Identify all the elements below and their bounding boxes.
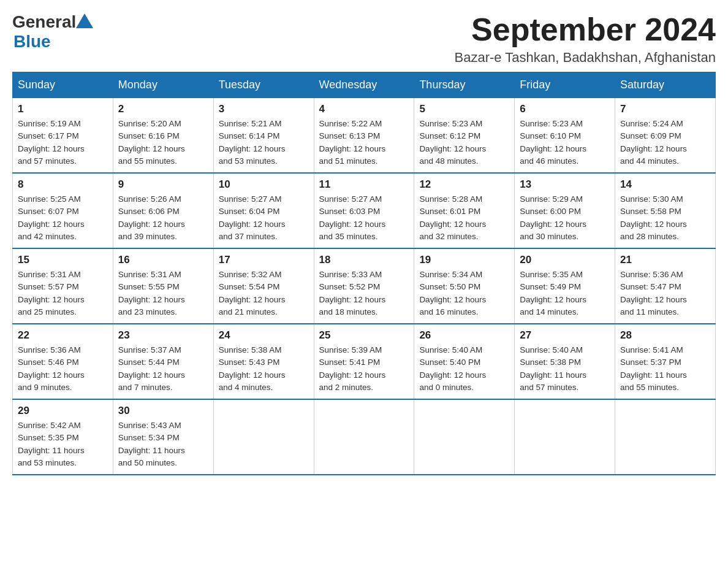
calendar-week-row: 1Sunrise: 5:19 AMSunset: 6:17 PMDaylight… — [13, 98, 716, 174]
calendar-day-cell: 23Sunrise: 5:37 AMSunset: 5:44 PMDayligh… — [113, 324, 213, 399]
calendar-day-cell: 4Sunrise: 5:22 AMSunset: 6:13 PMDaylight… — [314, 98, 414, 174]
calendar-day-cell: 15Sunrise: 5:31 AMSunset: 5:57 PMDayligh… — [13, 248, 113, 324]
day-info: Sunrise: 5:43 AMSunset: 5:34 PMDaylight:… — [118, 419, 208, 469]
day-info: Sunrise: 5:40 AMSunset: 5:38 PMDaylight:… — [520, 344, 610, 394]
calendar-day-cell — [414, 399, 515, 475]
day-number: 29 — [18, 405, 108, 417]
calendar-day-cell: 17Sunrise: 5:32 AMSunset: 5:54 PMDayligh… — [213, 248, 314, 324]
day-number: 7 — [620, 103, 710, 115]
calendar-day-cell: 27Sunrise: 5:40 AMSunset: 5:38 PMDayligh… — [515, 324, 615, 399]
day-info: Sunrise: 5:42 AMSunset: 5:35 PMDaylight:… — [18, 419, 108, 469]
day-info: Sunrise: 5:37 AMSunset: 5:44 PMDaylight:… — [118, 344, 208, 394]
day-header-row: SundayMondayTuesdayWednesdayThursdayFrid… — [13, 72, 716, 98]
day-header-friday: Friday — [515, 72, 615, 98]
calendar-day-cell: 14Sunrise: 5:30 AMSunset: 5:58 PMDayligh… — [615, 173, 716, 248]
day-number: 25 — [319, 329, 409, 342]
day-number: 2 — [118, 103, 208, 115]
day-info: Sunrise: 5:32 AMSunset: 5:54 PMDaylight:… — [219, 269, 309, 318]
calendar-day-cell: 18Sunrise: 5:33 AMSunset: 5:52 PMDayligh… — [314, 248, 414, 324]
day-info: Sunrise: 5:36 AMSunset: 5:46 PMDaylight:… — [18, 344, 108, 394]
day-number: 14 — [620, 178, 710, 191]
day-info: Sunrise: 5:26 AMSunset: 6:06 PMDaylight:… — [118, 193, 208, 243]
day-number: 30 — [118, 405, 208, 417]
day-number: 8 — [18, 178, 108, 191]
calendar-body: 1Sunrise: 5:19 AMSunset: 6:17 PMDaylight… — [13, 98, 716, 475]
day-info: Sunrise: 5:35 AMSunset: 5:49 PMDaylight:… — [520, 269, 610, 318]
day-info: Sunrise: 5:38 AMSunset: 5:43 PMDaylight:… — [219, 344, 309, 394]
logo-general-text: General — [12, 12, 76, 32]
day-number: 28 — [620, 329, 710, 342]
calendar-day-cell: 8Sunrise: 5:25 AMSunset: 6:07 PMDaylight… — [13, 173, 113, 248]
calendar-day-cell: 19Sunrise: 5:34 AMSunset: 5:50 PMDayligh… — [414, 248, 515, 324]
calendar-day-cell: 3Sunrise: 5:21 AMSunset: 6:14 PMDaylight… — [213, 98, 314, 174]
day-number: 13 — [520, 178, 610, 191]
calendar-day-cell: 5Sunrise: 5:23 AMSunset: 6:12 PMDaylight… — [414, 98, 515, 174]
day-number: 26 — [419, 329, 509, 342]
page-header: General Blue September 2024 Bazar-e Tash… — [12, 12, 716, 66]
calendar-day-cell — [615, 399, 716, 475]
day-info: Sunrise: 5:40 AMSunset: 5:40 PMDaylight:… — [419, 344, 509, 394]
calendar-day-cell: 25Sunrise: 5:39 AMSunset: 5:41 PMDayligh… — [314, 324, 414, 399]
day-number: 12 — [419, 178, 509, 191]
day-info: Sunrise: 5:24 AMSunset: 6:09 PMDaylight:… — [620, 118, 710, 167]
day-number: 23 — [118, 329, 208, 342]
calendar-day-cell: 6Sunrise: 5:23 AMSunset: 6:10 PMDaylight… — [515, 98, 615, 174]
calendar-day-cell: 26Sunrise: 5:40 AMSunset: 5:40 PMDayligh… — [414, 324, 515, 399]
day-info: Sunrise: 5:36 AMSunset: 5:47 PMDaylight:… — [620, 269, 710, 318]
day-info: Sunrise: 5:31 AMSunset: 5:57 PMDaylight:… — [18, 269, 108, 318]
calendar-day-cell: 11Sunrise: 5:27 AMSunset: 6:03 PMDayligh… — [314, 173, 414, 248]
day-number: 27 — [520, 329, 610, 342]
calendar-day-cell — [213, 399, 314, 475]
day-info: Sunrise: 5:39 AMSunset: 5:41 PMDaylight:… — [319, 344, 409, 394]
calendar-table: SundayMondayTuesdayWednesdayThursdayFrid… — [12, 72, 716, 475]
title-area: September 2024 Bazar-e Tashkan, Badakhsh… — [455, 12, 716, 66]
day-number: 24 — [219, 329, 309, 342]
calendar-day-cell: 28Sunrise: 5:41 AMSunset: 5:37 PMDayligh… — [615, 324, 716, 399]
calendar-header: SundayMondayTuesdayWednesdayThursdayFrid… — [13, 72, 716, 98]
logo-triangle-icon — [76, 13, 93, 28]
calendar-day-cell: 29Sunrise: 5:42 AMSunset: 5:35 PMDayligh… — [13, 399, 113, 475]
calendar-day-cell: 24Sunrise: 5:38 AMSunset: 5:43 PMDayligh… — [213, 324, 314, 399]
calendar-day-cell — [314, 399, 414, 475]
day-info: Sunrise: 5:20 AMSunset: 6:16 PMDaylight:… — [118, 118, 208, 167]
day-header-wednesday: Wednesday — [314, 72, 414, 98]
day-number: 17 — [219, 254, 309, 266]
calendar-week-row: 15Sunrise: 5:31 AMSunset: 5:57 PMDayligh… — [13, 248, 716, 324]
day-header-tuesday: Tuesday — [213, 72, 314, 98]
day-header-thursday: Thursday — [414, 72, 515, 98]
day-info: Sunrise: 5:21 AMSunset: 6:14 PMDaylight:… — [219, 118, 309, 167]
day-number: 19 — [419, 254, 509, 266]
day-number: 21 — [620, 254, 710, 266]
calendar-week-row: 29Sunrise: 5:42 AMSunset: 5:35 PMDayligh… — [13, 399, 716, 475]
calendar-week-row: 8Sunrise: 5:25 AMSunset: 6:07 PMDaylight… — [13, 173, 716, 248]
day-info: Sunrise: 5:22 AMSunset: 6:13 PMDaylight:… — [319, 118, 409, 167]
calendar-day-cell: 7Sunrise: 5:24 AMSunset: 6:09 PMDaylight… — [615, 98, 716, 174]
day-info: Sunrise: 5:23 AMSunset: 6:10 PMDaylight:… — [520, 118, 610, 167]
calendar-day-cell: 2Sunrise: 5:20 AMSunset: 6:16 PMDaylight… — [113, 98, 213, 174]
calendar-day-cell — [515, 399, 615, 475]
calendar-day-cell: 12Sunrise: 5:28 AMSunset: 6:01 PMDayligh… — [414, 173, 515, 248]
day-info: Sunrise: 5:25 AMSunset: 6:07 PMDaylight:… — [18, 193, 108, 243]
day-info: Sunrise: 5:34 AMSunset: 5:50 PMDaylight:… — [419, 269, 509, 318]
day-header-monday: Monday — [113, 72, 213, 98]
day-info: Sunrise: 5:23 AMSunset: 6:12 PMDaylight:… — [419, 118, 509, 167]
calendar-day-cell: 21Sunrise: 5:36 AMSunset: 5:47 PMDayligh… — [615, 248, 716, 324]
location-title: Bazar-e Tashkan, Badakhshan, Afghanistan — [455, 50, 716, 66]
calendar-day-cell: 13Sunrise: 5:29 AMSunset: 6:00 PMDayligh… — [515, 173, 615, 248]
calendar-week-row: 22Sunrise: 5:36 AMSunset: 5:46 PMDayligh… — [13, 324, 716, 399]
day-number: 15 — [18, 254, 108, 266]
month-title: September 2024 — [455, 12, 716, 47]
day-number: 18 — [319, 254, 409, 266]
day-info: Sunrise: 5:27 AMSunset: 6:03 PMDaylight:… — [319, 193, 409, 243]
day-number: 5 — [419, 103, 509, 115]
day-number: 1 — [18, 103, 108, 115]
calendar-day-cell: 1Sunrise: 5:19 AMSunset: 6:17 PMDaylight… — [13, 98, 113, 174]
day-header-saturday: Saturday — [615, 72, 716, 98]
day-number: 20 — [520, 254, 610, 266]
day-number: 3 — [219, 103, 309, 115]
day-number: 6 — [520, 103, 610, 115]
day-info: Sunrise: 5:30 AMSunset: 5:58 PMDaylight:… — [620, 193, 710, 243]
day-header-sunday: Sunday — [13, 72, 113, 98]
day-number: 4 — [319, 103, 409, 115]
calendar-day-cell: 10Sunrise: 5:27 AMSunset: 6:04 PMDayligh… — [213, 173, 314, 248]
